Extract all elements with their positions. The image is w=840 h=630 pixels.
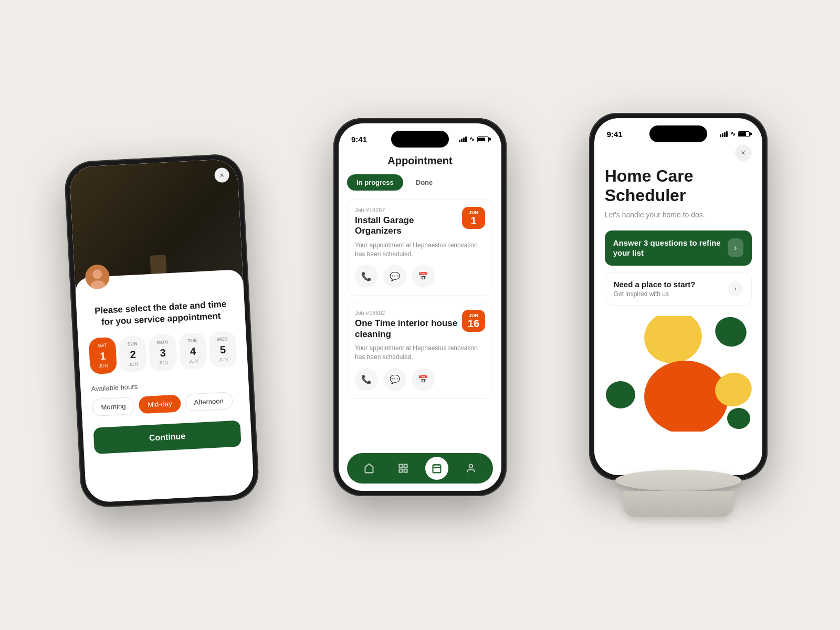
start-card[interactable]: Need a place to start? Get inspired with… (605, 272, 752, 306)
appointment-card-1: Job #18267 Install Garage Organizers JUN… (347, 199, 493, 296)
scene: × Please select the date and time for yo (0, 0, 840, 630)
close-icon: × (219, 171, 224, 179)
call-button-2[interactable]: 📞 (355, 368, 378, 391)
close-button-3[interactable]: × (735, 144, 752, 161)
svg-rect-6 (404, 469, 407, 472)
calendar-button-2[interactable]: 📅 (412, 368, 435, 391)
wifi-icon: ∿ (469, 135, 475, 143)
phone-2: 9:41 ∿ Appointment In progress (333, 118, 507, 496)
nav-home[interactable] (358, 457, 381, 480)
job-title-1: Install Garage Organizers (355, 215, 462, 237)
date-item-4[interactable]: TUE 4 JUN (178, 332, 207, 370)
user-avatar (85, 264, 110, 289)
time-options: Morning Mid-day Afternoon (92, 392, 239, 417)
apt-desc-2: Your appointment at Hephaestus renovatio… (355, 344, 485, 362)
job-title-2: One Time interior house cleaning (355, 318, 462, 340)
start-card-title: Need a place to start? (614, 280, 728, 289)
continue-button[interactable]: Continue (93, 421, 242, 455)
svg-point-17 (727, 408, 750, 429)
svg-point-13 (640, 316, 706, 368)
date-item-1[interactable]: SAT 1 JUN (89, 337, 118, 375)
phone3-with-pedestal: 9:41 ∿ (589, 113, 768, 517)
battery-icon (477, 136, 489, 142)
hero-subtitle: Let's handle your home to dos. (605, 211, 752, 219)
date-item-5[interactable]: WED 5 JUN (208, 331, 237, 369)
blobs-illustration (605, 316, 752, 432)
modal-title: Please select the date and time for you … (92, 298, 230, 329)
apt-actions-2: 📞 💬 📅 (355, 368, 485, 391)
apt-actions-1: 📞 💬 📅 (355, 265, 485, 288)
close-icon-3: × (741, 149, 746, 157)
date-badge-1: JUN 1 (462, 207, 485, 229)
battery-icon-3 (738, 131, 750, 137)
banner-arrow-button[interactable]: › (728, 238, 743, 257)
svg-rect-3 (399, 465, 402, 468)
svg-rect-5 (399, 469, 402, 472)
time-midday[interactable]: Mid-day (139, 395, 182, 414)
svg-rect-7 (433, 465, 441, 472)
dynamic-island-3 (649, 125, 707, 142)
call-button-1[interactable]: 📞 (355, 265, 378, 288)
job-number-2: Job #18602 (355, 310, 462, 316)
date-picker: SAT 1 JUN SUN 2 JUN MON 3 JUN (89, 331, 237, 375)
message-button-2[interactable]: 💬 (383, 368, 406, 391)
status-time-3: 9:41 (607, 130, 623, 139)
bottom-nav (347, 453, 493, 484)
wifi-icon-3: ∿ (730, 130, 736, 138)
banner-text: Answer 3 questions to refine your list (613, 238, 728, 258)
job-number-1: Job #18267 (355, 207, 462, 213)
pedestal (615, 470, 741, 517)
time-morning[interactable]: Morning (92, 397, 135, 416)
svg-point-14 (606, 381, 635, 408)
status-icons: ∿ (459, 135, 489, 143)
nav-list[interactable] (392, 457, 415, 480)
svg-rect-4 (404, 465, 407, 468)
start-card-subtitle: Get inspired with us (614, 290, 728, 298)
phone-3: 9:41 ∿ (589, 113, 768, 480)
date-item-2[interactable]: SUN 2 JUN (119, 335, 148, 373)
tab-in-progress[interactable]: In progress (347, 174, 403, 191)
dynamic-island (391, 131, 449, 148)
tab-done[interactable]: Done (406, 174, 443, 191)
apt-desc-1: Your appointment at Hephaestus renovatio… (355, 241, 485, 259)
green-banner: Answer 3 questions to refine your list › (605, 230, 752, 266)
phone-1: × Please select the date and time for yo (64, 153, 260, 509)
hero-title: Home Care Scheduler (605, 166, 752, 205)
nav-profile[interactable] (459, 457, 482, 480)
svg-point-12 (711, 316, 751, 351)
arrow-right-icon: › (734, 243, 737, 253)
appointment-card-2: Job #18602 One Time interior house clean… (347, 302, 493, 398)
status-icons-3: ∿ (720, 130, 750, 138)
available-hours-label: Available hours (91, 377, 238, 393)
nav-calendar[interactable] (425, 457, 448, 480)
message-button-1[interactable]: 💬 (383, 265, 406, 288)
calendar-button-1[interactable]: 📅 (412, 265, 435, 288)
time-afternoon[interactable]: Afternoon (185, 392, 233, 412)
status-time: 9:41 (351, 135, 367, 144)
page-title: Appointment (347, 150, 493, 174)
start-card-arrow-icon: › (728, 281, 743, 296)
date-badge-2: JUN 16 (462, 310, 485, 332)
date-item-3[interactable]: MON 3 JUN (149, 334, 177, 372)
svg-point-11 (469, 465, 472, 468)
tab-bar: In progress Done (347, 174, 493, 191)
